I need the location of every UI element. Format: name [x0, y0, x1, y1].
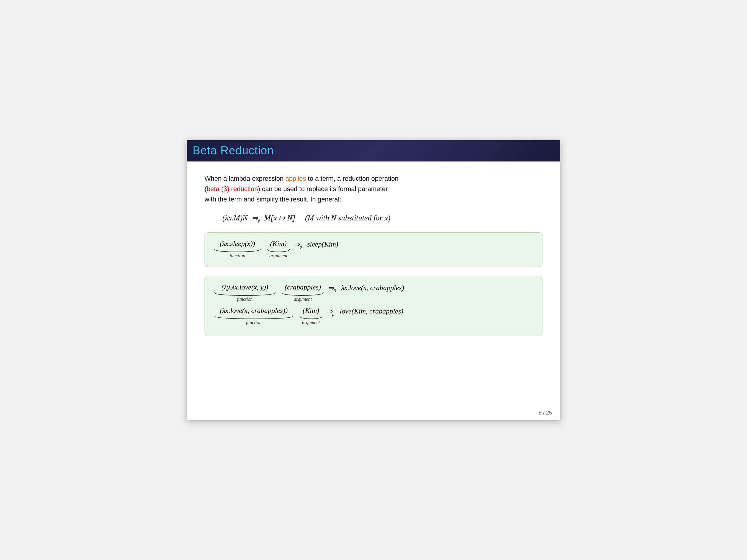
example1-argument-expr: (Kim)	[270, 240, 287, 248]
example2-row2-function-label: function	[246, 320, 261, 325]
example1-function-brace	[214, 248, 261, 252]
example2-row1-argument-expr: (crabapples)	[285, 283, 321, 291]
example2-row1-function-label: function	[237, 297, 253, 302]
intro-text-5: with the term and simplify the result. I…	[205, 195, 341, 203]
example1-argument-group: (Kim) argument	[266, 240, 290, 258]
example2-row1-function-group: (λy.λx.love(x, y)) function	[214, 283, 276, 302]
example1-argument-brace	[266, 248, 290, 252]
example-box-1: (λx.sleep(x)) function (Kim)	[205, 232, 542, 267]
example1-row: (λx.sleep(x)) function (Kim)	[214, 240, 533, 258]
example1-result: sleep(Kim)	[307, 240, 338, 248]
example2-row2-function-group: (λx.love(x, crabapples)) function	[214, 306, 294, 325]
intro-text-2: to a term, a reduction operation	[306, 175, 398, 182]
example2-row2-argument-expr: (Kim)	[303, 306, 319, 315]
slide: Beta Reduction When a lambda expression …	[187, 140, 560, 420]
general-formula: (λx.M)N ⇒β M[x ↦ N] (M with N substitute…	[222, 213, 542, 223]
example-box-2: (λy.λx.love(x, y)) function (crabapples)	[205, 276, 542, 336]
example2-row1-argument-label: argument	[294, 297, 312, 302]
example2-row1-arrow: ⇒β	[326, 283, 338, 293]
example2-row2-argument-brace	[299, 315, 323, 319]
example2-row2-argument-group: (Kim) argument	[299, 306, 323, 325]
example2-row1-function-brace	[214, 292, 276, 296]
example2-row1-argument-brace	[281, 292, 324, 296]
example1-space1	[263, 240, 265, 248]
example1-function-expr: (λx.sleep(x))	[220, 240, 255, 248]
example2-row2: (λx.love(x, crabapples)) function (Kim)	[214, 306, 533, 325]
example2-row2-function-expr: (λx.love(x, crabapples))	[220, 306, 287, 315]
example1-arrow: ⇒β	[292, 240, 304, 250]
example2-row1-space1	[278, 283, 280, 292]
example2-row2-result: love(Kim, crabapples)	[340, 306, 404, 315]
example2-row1-result: λx.love(x, crabapples)	[341, 283, 404, 292]
example2-row2-function-brace	[214, 315, 294, 319]
slide-content: When a lambda expression applies to a te…	[187, 161, 560, 351]
example2-row1: (λy.λx.love(x, y)) function (crabapples)	[214, 283, 533, 302]
beta-highlight: beta (β) reduction	[207, 185, 258, 193]
example1-argument-label: argument	[269, 253, 287, 258]
slide-header: Beta Reduction	[187, 140, 560, 161]
slide-title: Beta Reduction	[193, 144, 274, 157]
example2-row2-space1	[295, 306, 297, 315]
example2-row1-function-expr: (λy.λx.love(x, y))	[222, 283, 268, 291]
example1-function-label: function	[230, 253, 245, 258]
applies-highlight: applies	[285, 175, 306, 182]
example2-row2-arrow: ⇒β	[325, 306, 336, 317]
slide-number: 8 / 25	[539, 410, 552, 416]
intro-paragraph: When a lambda expression applies to a te…	[205, 174, 542, 205]
intro-text-4: ) can be used to replace its formal para…	[258, 185, 388, 193]
example2-row2-argument-label: argument	[302, 320, 320, 325]
intro-text-1: When a lambda expression	[205, 175, 285, 182]
example2-row1-argument-group: (crabapples) argument	[281, 283, 324, 302]
example1-function-group: (λx.sleep(x)) function	[214, 240, 261, 258]
